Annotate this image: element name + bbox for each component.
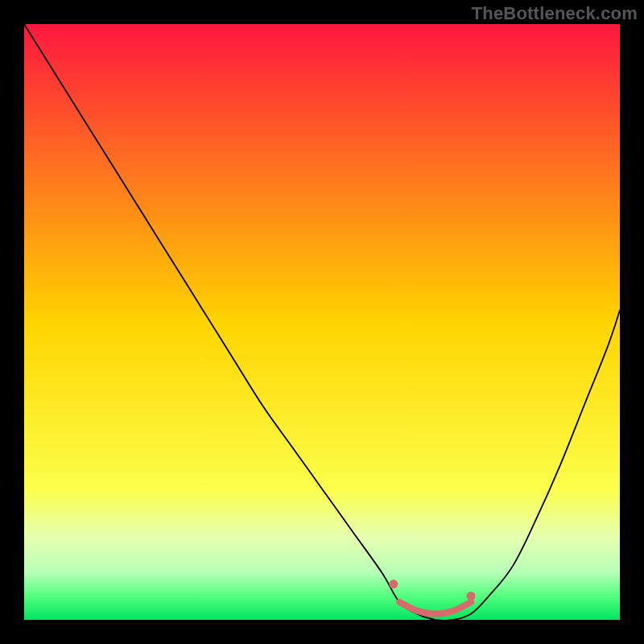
chart-container: TheBottleneck.com xyxy=(0,0,644,644)
flat-region-right xyxy=(467,592,476,601)
chart-svg xyxy=(24,24,620,620)
flat-region-left xyxy=(389,580,398,588)
watermark-label: TheBottleneck.com xyxy=(472,3,638,24)
plot-area xyxy=(24,24,620,620)
